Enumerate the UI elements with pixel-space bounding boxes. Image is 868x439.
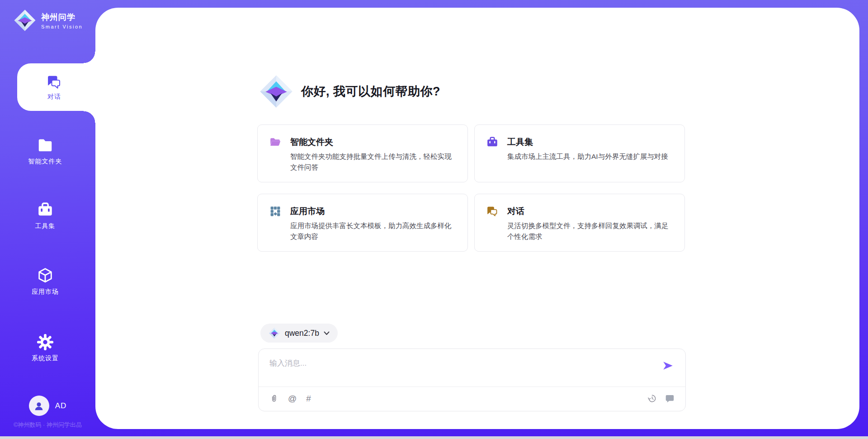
- sidebar-item-smart-folder[interactable]: 智能文件夹: [0, 137, 90, 166]
- user-name: AD: [55, 401, 67, 410]
- feedback-button[interactable]: [665, 394, 675, 403]
- card-chat[interactable]: 对话 灵活切换多模型文件，支持多样回复效果调试，满足个性化需求: [474, 194, 685, 252]
- card-description: 应用市场提供丰富长文本模板，助力高效生成多样化文章内容: [290, 220, 455, 242]
- card-app-market[interactable]: 应用市场 应用市场提供丰富长文本模板，助力高效生成多样化文章内容: [257, 194, 468, 252]
- sidebar-item-label: 应用市场: [32, 288, 59, 296]
- card-description: 集成市场上主流工具，助力AI与外界无缝扩展与对接: [507, 151, 672, 162]
- window-bottom-edge: [0, 436, 868, 439]
- feature-cards: 智能文件夹 智能文件夹功能支持批量文件上传与清洗，轻松实现文件问答 工具集 集成…: [257, 124, 686, 252]
- sidebar-item-toolset[interactable]: 工具集: [0, 201, 90, 230]
- history-button[interactable]: [647, 394, 657, 403]
- message-input[interactable]: [259, 349, 685, 386]
- card-description: 智能文件夹功能支持批量文件上传与清洗，轻松实现文件问答: [290, 151, 455, 173]
- sidebar-item-app-market[interactable]: 应用市场: [0, 267, 90, 296]
- folder-icon: [37, 137, 54, 154]
- composer-toolbar: @ #: [259, 386, 685, 411]
- card-title: 工具集: [507, 136, 533, 148]
- hashtag-button[interactable]: #: [306, 394, 311, 404]
- sidebar-item-label: 工具集: [35, 222, 56, 230]
- model-selector[interactable]: qwen2:7b: [260, 324, 338, 343]
- mention-button[interactable]: @: [288, 394, 297, 404]
- send-button[interactable]: [661, 359, 675, 372]
- sidebar-item-chat[interactable]: 对话: [17, 63, 97, 111]
- chevron-down-icon: [324, 331, 330, 335]
- main-panel: 你好, 我可以如何帮助你? 智能文件夹 智能文件夹功能支持批量文件上传与清洗，轻…: [95, 8, 859, 429]
- card-title: 对话: [507, 205, 524, 217]
- send-icon: [662, 360, 674, 372]
- mention-icon: @: [288, 394, 297, 404]
- logo-diamond-icon: [269, 327, 280, 339]
- brand-name-cn: 神州问学: [41, 12, 83, 23]
- brand-logo: 神州问学 Smart Vision: [14, 9, 83, 32]
- folder-open-icon: [269, 136, 281, 148]
- greeting-text: 你好, 我可以如何帮助你?: [301, 83, 440, 100]
- paperclip-icon: [269, 394, 278, 404]
- card-smart-folder[interactable]: 智能文件夹 智能文件夹功能支持批量文件上传与清洗，轻松实现文件问答: [257, 124, 468, 182]
- sidebar-item-label: 对话: [47, 93, 61, 101]
- message-composer: @ #: [258, 348, 686, 411]
- app-grid-icon: [269, 205, 281, 217]
- settings-icon: [37, 334, 54, 351]
- attach-file-button[interactable]: [269, 394, 278, 404]
- toolbox-icon: [37, 201, 54, 219]
- chat-icon: [486, 205, 498, 217]
- app-window: 神州问学 Smart Vision 对话 智能文件夹: [0, 0, 868, 439]
- logo-diamond-icon: [14, 9, 36, 32]
- copyright-footer: ©神州数码 · 神州问学出品: [0, 421, 95, 429]
- hash-icon: #: [306, 394, 311, 404]
- card-title: 智能文件夹: [290, 136, 333, 148]
- avatar: [29, 396, 49, 416]
- card-description: 灵活切换多模型文件，支持多样回复效果调试，满足个性化需求: [507, 220, 672, 242]
- chat-bubble-icon: [665, 394, 675, 403]
- user-profile[interactable]: AD: [0, 396, 95, 416]
- card-toolset[interactable]: 工具集 集成市场上主流工具，助力AI与外界无缝扩展与对接: [474, 124, 685, 182]
- sidebar-item-label: 系统设置: [32, 354, 59, 363]
- brand-name-en: Smart Vision: [41, 24, 83, 29]
- logo-diamond-icon: [259, 74, 293, 109]
- greeting-block: 你好, 我可以如何帮助你?: [259, 74, 440, 109]
- sidebar-item-settings[interactable]: 系统设置: [0, 334, 90, 363]
- app-market-icon: [37, 267, 54, 284]
- model-name: qwen2:7b: [285, 329, 319, 338]
- history-icon: [647, 394, 657, 403]
- toolbox-icon: [486, 136, 498, 148]
- card-title: 应用市场: [290, 205, 325, 217]
- sidebar: 神州问学 Smart Vision 对话 智能文件夹: [0, 0, 95, 436]
- chat-icon: [46, 73, 62, 90]
- person-icon: [33, 400, 45, 412]
- sidebar-item-label: 智能文件夹: [28, 157, 62, 166]
